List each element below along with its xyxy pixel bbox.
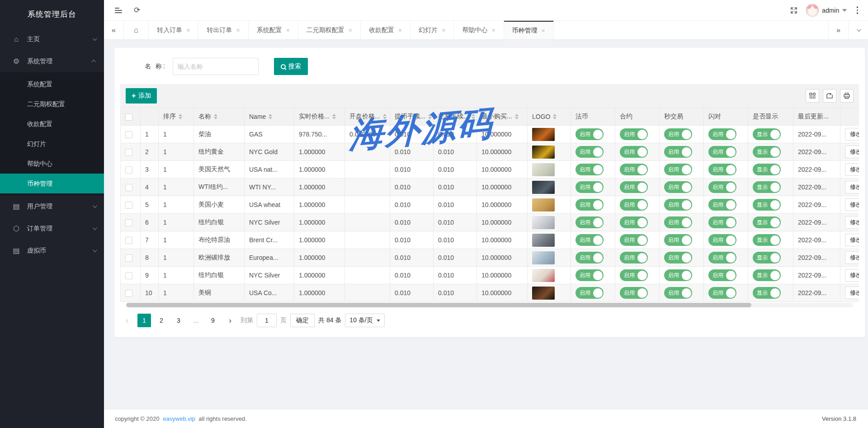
sidebar-item-user-management[interactable]: ▤用户管理 (0, 195, 104, 217)
sort-icon[interactable] (383, 114, 387, 119)
sidebar-subitem-system-config[interactable]: 系统配置 (0, 74, 104, 94)
sidebar-item-system[interactable]: ⚙系统管理 (0, 50, 104, 72)
modify-button[interactable]: 修改 (845, 198, 859, 211)
modify-button[interactable]: 修改 (845, 216, 859, 229)
row-checkbox[interactable] (125, 184, 132, 191)
sort-icon[interactable] (428, 114, 432, 119)
row-checkbox[interactable] (125, 166, 132, 174)
modify-button[interactable]: 修改 (845, 251, 859, 264)
close-icon[interactable]: × (398, 27, 402, 34)
sidebar-subitem-help-center[interactable]: 帮助中心 (0, 154, 104, 174)
add-button[interactable]: + 添加 (126, 88, 157, 103)
goto-page-input[interactable] (257, 314, 277, 327)
second-trade-toggle[interactable]: 启用 (664, 128, 692, 140)
flash-swap-toggle[interactable]: 启用 (708, 252, 736, 263)
contract-toggle[interactable]: 启用 (620, 269, 648, 281)
flash-swap-toggle[interactable]: 启用 (708, 199, 736, 211)
contract-toggle[interactable]: 启用 (620, 128, 648, 140)
flash-swap-toggle[interactable]: 启用 (708, 181, 736, 193)
second-trade-toggle[interactable]: 启用 (664, 199, 692, 211)
next-page-icon[interactable]: › (223, 314, 237, 327)
contract-toggle[interactable]: 启用 (620, 181, 648, 193)
search-button[interactable]: 搜索 (274, 58, 308, 75)
sort-icon[interactable] (269, 114, 272, 119)
fiat-toggle[interactable]: 启用 (576, 216, 604, 228)
tabs-scroll-left-icon[interactable]: « (104, 21, 124, 39)
contract-toggle[interactable]: 启用 (620, 164, 648, 175)
tab-system-config[interactable]: 系统配置× (249, 21, 298, 39)
tab-help-center[interactable]: 帮助中心× (454, 21, 504, 39)
tab-transfer-in[interactable]: 转入订单× (149, 21, 198, 39)
tab-home[interactable]: ⌂ (124, 21, 149, 39)
sort-icon[interactable] (332, 114, 336, 119)
close-icon[interactable]: × (286, 27, 290, 34)
tab-slideshow[interactable]: 幻灯片× (410, 21, 454, 39)
second-trade-toggle[interactable]: 启用 (664, 164, 692, 175)
close-icon[interactable]: × (542, 27, 545, 34)
close-icon[interactable]: × (186, 27, 190, 34)
contract-toggle[interactable]: 启用 (620, 199, 648, 211)
modify-button[interactable]: 修改 (845, 128, 859, 141)
sidebar-subitem-payment-config[interactable]: 收款配置 (0, 114, 104, 134)
search-input[interactable] (173, 58, 259, 75)
contract-toggle[interactable]: 启用 (620, 216, 648, 228)
row-checkbox[interactable] (125, 149, 132, 156)
contract-toggle[interactable]: 启用 (620, 287, 648, 299)
flash-swap-toggle[interactable]: 启用 (708, 234, 736, 246)
second-trade-toggle[interactable]: 启用 (664, 146, 692, 158)
sidebar-subitem-binary-option-config[interactable]: 二元期权配置 (0, 94, 104, 114)
tab-payment-config[interactable]: 收款配置× (361, 21, 410, 39)
fiat-toggle[interactable]: 启用 (576, 234, 604, 246)
modify-button[interactable]: 修改 (845, 181, 859, 193)
sort-icon[interactable] (179, 114, 182, 119)
close-icon[interactable]: × (236, 27, 240, 34)
columns-toggle-icon[interactable] (806, 89, 819, 103)
fiat-toggle[interactable]: 启用 (576, 181, 604, 193)
second-trade-toggle[interactable]: 启用 (664, 269, 692, 281)
sort-icon[interactable] (515, 114, 519, 119)
sidebar-item-home[interactable]: ⌂主页 (0, 28, 104, 50)
print-icon[interactable] (840, 89, 854, 103)
page-button-2[interactable]: 2 (155, 314, 168, 327)
fiat-toggle[interactable]: 启用 (576, 146, 604, 158)
second-trade-toggle[interactable]: 启用 (664, 181, 692, 193)
second-trade-toggle[interactable]: 启用 (664, 287, 692, 299)
visible-toggle[interactable]: 显示 (753, 234, 781, 246)
more-menu-icon[interactable] (855, 5, 860, 15)
visible-toggle[interactable]: 显示 (753, 269, 781, 281)
contract-toggle[interactable]: 启用 (620, 234, 648, 246)
fiat-toggle[interactable]: 启用 (576, 269, 604, 281)
sidebar-item-order-management[interactable]: ⬡订单管理 (0, 217, 104, 240)
tabs-menu-icon[interactable] (848, 21, 868, 39)
row-checkbox[interactable] (125, 202, 132, 209)
flash-swap-toggle[interactable]: 启用 (708, 216, 736, 228)
flash-swap-toggle[interactable]: 启用 (708, 146, 736, 158)
visible-toggle[interactable]: 显示 (753, 164, 781, 175)
page-button-1[interactable]: 1 (137, 314, 151, 327)
row-checkbox[interactable] (125, 272, 132, 279)
page-button-3[interactable]: 3 (172, 314, 185, 327)
close-icon[interactable]: × (349, 27, 352, 34)
page-button-9[interactable]: 9 (206, 314, 220, 327)
flash-swap-toggle[interactable]: 启用 (708, 269, 736, 281)
row-checkbox[interactable] (125, 131, 132, 138)
row-checkbox[interactable] (125, 254, 132, 262)
scrollbar-thumb[interactable] (126, 303, 751, 307)
avatar[interactable] (806, 4, 819, 17)
visible-toggle[interactable]: 显示 (753, 181, 781, 193)
visible-toggle[interactable]: 显示 (753, 146, 781, 158)
modify-button[interactable]: 修改 (845, 146, 859, 158)
visible-toggle[interactable]: 显示 (753, 287, 781, 299)
footer-link[interactable]: easyweb.vip (163, 415, 195, 422)
visible-toggle[interactable]: 显示 (753, 199, 781, 211)
modify-button[interactable]: 修改 (845, 163, 859, 176)
row-checkbox[interactable] (125, 290, 132, 297)
sort-icon[interactable] (472, 114, 475, 119)
horizontal-scrollbar[interactable] (126, 303, 853, 307)
export-icon[interactable] (823, 89, 836, 103)
row-checkbox[interactable] (125, 237, 132, 244)
sort-icon[interactable] (214, 114, 217, 119)
tab-transfer-out[interactable]: 转出订单× (198, 21, 248, 39)
collapse-sidebar-icon[interactable] (115, 8, 122, 13)
close-icon[interactable]: × (491, 27, 495, 34)
